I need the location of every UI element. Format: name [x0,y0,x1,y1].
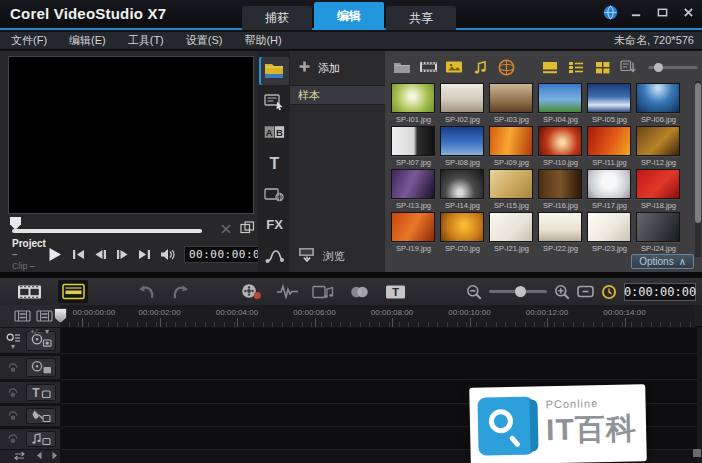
video-track-lane[interactable] [61,328,697,354]
tab-编辑[interactable]: 编辑 [314,2,384,30]
menu-item[interactable]: 设置(S) [175,33,234,48]
thumbnail-image[interactable] [587,212,631,242]
library-scrollbar[interactable] [695,81,701,257]
add-category-button[interactable]: 添加 [290,51,385,85]
timeline-zoom-slider[interactable] [489,290,547,293]
overlay-track-icon[interactable] [26,358,56,376]
thumbnail-size-slider[interactable] [648,66,698,69]
library-item[interactable]: SP-I14.jpg [438,168,487,211]
sort-icon[interactable] [616,56,642,78]
library-item[interactable]: SP-I17.jpg [585,168,634,211]
library-item[interactable]: SP-I21.jpg [487,211,536,254]
next-frame-button[interactable] [116,249,129,260]
library-item[interactable]: SP-I18.jpg [634,168,683,211]
nav-title-icon[interactable]: T [259,149,289,177]
library-item[interactable]: SP-I22.jpg [536,211,585,254]
preview-screen[interactable] [8,56,254,214]
library-item[interactable]: SP-I13.jpg [389,168,438,211]
thumbnail-image[interactable] [636,126,680,156]
thumbnail-image[interactable] [538,169,582,199]
minimize-button[interactable] [628,4,644,20]
thumbnail-image[interactable] [440,126,484,156]
library-item[interactable]: SP-I12.jpg [634,125,683,168]
clip-mode-toggle[interactable]: Clip – [12,261,46,271]
timeline-scroll-gutter[interactable] [697,328,702,463]
thumbnail-image[interactable] [391,83,435,113]
enlarge-preview-icon[interactable] [240,220,255,238]
visible-tracks-icon[interactable] [36,310,53,322]
library-item[interactable]: SP-I03.jpg [487,82,536,125]
home-button[interactable] [72,249,85,260]
timeline-view-button[interactable] [58,280,88,303]
corel-help-icon[interactable] [602,4,618,20]
scroll-left-icon[interactable] [35,451,43,460]
voice-track-icon[interactable] [26,408,56,424]
scroll-right-icon[interactable] [51,451,59,460]
record-capture-button[interactable] [236,280,266,303]
library-item[interactable]: SP-I24.jpg [634,211,683,254]
library-item[interactable]: SP-I16.jpg [536,168,585,211]
video-track-toggle[interactable]: ▼ [0,333,26,349]
thumbnail-image[interactable] [538,212,582,242]
thumbnail-image[interactable] [489,212,533,242]
title-track-icon[interactable]: T [26,384,56,401]
resize-corner[interactable] [693,449,701,457]
end-button[interactable] [138,249,151,260]
library-item[interactable]: SP-I01.jpg [389,82,438,125]
browse-button[interactable]: 浏览 [298,247,345,266]
timeline-timecode[interactable]: 0:00:00:00 [624,283,696,301]
nav-graphic-icon[interactable] [259,180,289,208]
library-item[interactable]: SP-I19.jpg [389,211,438,254]
library-item[interactable]: SP-I06.jpg [634,82,683,125]
thumbnail-image[interactable] [391,169,435,199]
library-item[interactable]: SP-I23.jpg [585,211,634,254]
thumbnail-image[interactable] [440,83,484,113]
thumbnail-image[interactable] [489,169,533,199]
thumbnail-image[interactable] [587,126,631,156]
title-track-toggle[interactable] [0,388,26,398]
thumbnail-image[interactable] [489,126,533,156]
thumbnail-image[interactable] [440,169,484,199]
prev-frame-button[interactable] [94,249,107,260]
nav-media-library-icon[interactable] [259,57,289,85]
swap-tracks-icon[interactable] [12,451,27,461]
redo-button[interactable] [166,280,196,303]
storyboard-view-button[interactable] [14,280,44,303]
thumbnail-image[interactable] [391,126,435,156]
thumbnail-image[interactable] [440,212,484,242]
project-mode-toggle[interactable]: Project – [12,238,46,260]
library-item[interactable]: SP-I11.jpg [585,125,634,168]
music-track-icon[interactable] [26,431,56,447]
thumbnail-image[interactable] [587,169,631,199]
trim-cut-icon[interactable] [220,221,232,239]
all-tracks-icon[interactable] [14,310,31,322]
nav-filter-icon[interactable]: FX [259,211,289,239]
nav-transition-icon[interactable]: AB [259,118,289,146]
maximize-button[interactable] [654,4,670,20]
photo-icon[interactable] [441,56,467,78]
thumbnail-image[interactable] [489,83,533,113]
subtitle-editor-button[interactable]: T [380,280,410,303]
thumbnail-image[interactable] [636,169,680,199]
library-item[interactable]: SP-I07.jpg [389,125,438,168]
thumbnail-image[interactable] [636,83,680,113]
menu-item[interactable]: 编辑(E) [58,33,117,48]
voice-track-toggle[interactable] [0,411,26,421]
track-add-remove-tools[interactable]: +⁄- ▾ [30,327,50,336]
music-track-toggle[interactable] [0,434,26,444]
music-icon[interactable] [467,56,493,78]
menu-item[interactable]: 文件(F) [0,33,58,48]
clock-icon[interactable] [601,284,617,300]
painting-creator-button[interactable] [344,280,374,303]
thumbnail-image[interactable] [538,83,582,113]
library-item[interactable]: SP-I05.jpg [585,82,634,125]
play-button[interactable] [46,246,63,263]
menu-item[interactable]: 工具(T) [117,33,175,48]
thumbnail-image[interactable] [587,83,631,113]
category-item-samples[interactable]: 样本 [290,85,385,105]
library-item[interactable]: SP-I15.jpg [487,168,536,211]
nav-motion-path-icon[interactable] [259,241,289,269]
globe-360-icon[interactable] [494,56,520,78]
view-grid-icon[interactable] [589,56,615,78]
timeline-ruler[interactable]: 00:00:00:0000:00:02:0000:00:04:0000:00:0… [60,305,695,327]
